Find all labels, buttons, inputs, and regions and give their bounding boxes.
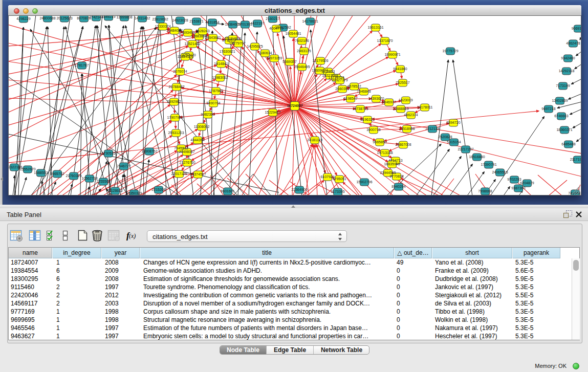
svg-text:2160217: 2160217 [266, 17, 279, 20]
svg-text:1588553: 1588553 [34, 171, 48, 174]
svg-text:19613161: 19613161 [367, 26, 383, 29]
svg-text:3279707: 3279707 [231, 41, 245, 45]
svg-text:4714713: 4714713 [388, 159, 402, 162]
svg-text:11128612: 11128612 [107, 189, 123, 192]
svg-text:23944545: 23944545 [380, 171, 396, 174]
svg-text:18178011: 18178011 [417, 105, 433, 109]
svg-text:14295675: 14295675 [247, 45, 263, 48]
svg-text:13983062: 13983062 [212, 76, 228, 79]
svg-text:1787565: 1787565 [209, 89, 223, 93]
svg-text:22364900: 22364900 [291, 188, 307, 191]
svg-text:25531203: 25531203 [168, 131, 184, 135]
svg-text:9342480: 9342480 [561, 56, 575, 60]
svg-text:2892962: 2892962 [167, 100, 181, 103]
svg-text:9441860: 9441860 [393, 67, 407, 71]
svg-text:7546848: 7546848 [357, 90, 371, 93]
svg-text:12179526: 12179526 [312, 59, 328, 62]
svg-text:5730535: 5730535 [101, 151, 115, 155]
svg-text:13330374: 13330374 [155, 25, 170, 28]
svg-text:4422197: 4422197 [250, 21, 264, 25]
svg-text:3900718: 3900718 [366, 128, 380, 132]
svg-text:2463135: 2463135 [297, 49, 311, 53]
svg-text:4344394: 4344394 [190, 138, 204, 142]
svg-text:1623019: 1623019 [399, 98, 412, 102]
svg-text:15884526: 15884526 [177, 55, 193, 58]
svg-text:5315154: 5315154 [447, 140, 461, 144]
svg-text:20125623: 20125623 [56, 16, 72, 20]
svg-text:18835945: 18835945 [384, 162, 400, 166]
svg-text:21171932: 21171932 [570, 158, 581, 161]
svg-text:19713188: 19713188 [377, 151, 393, 155]
svg-text:9697218: 9697218 [541, 107, 555, 111]
svg-text:14923028: 14923028 [172, 18, 188, 22]
svg-text:14178601: 14178601 [302, 19, 318, 23]
svg-text:4004779: 4004779 [269, 27, 283, 30]
svg-text:8965702: 8965702 [50, 172, 64, 176]
svg-text:1781787: 1781787 [75, 63, 89, 67]
svg-text:25867008: 25867008 [395, 143, 411, 146]
svg-text:9069116: 9069116 [572, 27, 581, 30]
svg-text:11308092: 11308092 [194, 125, 210, 128]
svg-text:15902796: 15902796 [356, 180, 372, 184]
svg-text:9702293: 9702293 [507, 178, 521, 181]
svg-text:1112853: 1112853 [321, 70, 335, 73]
svg-text:24181119: 24181119 [307, 138, 322, 142]
svg-text:13521412: 13521412 [184, 42, 200, 46]
svg-text:4831854: 4831854 [205, 20, 219, 24]
svg-text:18973269: 18973269 [266, 56, 282, 60]
svg-text:21518958: 21518958 [399, 127, 415, 130]
svg-text:7325517: 7325517 [396, 81, 409, 84]
svg-text:19054481: 19054481 [285, 32, 301, 35]
svg-text:15374517: 15374517 [190, 172, 206, 176]
svg-text:15229417: 15229417 [265, 111, 280, 114]
svg-text:1414841: 1414841 [214, 62, 228, 65]
svg-text:15350329: 15350329 [126, 191, 142, 195]
svg-text:14311432: 14311432 [135, 16, 150, 20]
svg-text:2212138: 2212138 [425, 127, 439, 130]
svg-text:22017126: 22017126 [171, 172, 187, 176]
svg-text:25646495: 25646495 [294, 65, 310, 69]
svg-text:2546727: 2546727 [117, 164, 130, 168]
svg-text:18990971: 18990971 [384, 53, 400, 56]
svg-text:2215208: 2215208 [151, 188, 165, 191]
svg-text:8601601: 8601601 [221, 189, 234, 193]
svg-text:17390741: 17390741 [481, 163, 496, 166]
svg-text:24065515: 24065515 [492, 170, 508, 174]
svg-text:6198547: 6198547 [343, 97, 357, 100]
svg-text:4578522: 4578522 [347, 84, 361, 88]
svg-text:18724007: 18724007 [287, 104, 302, 107]
svg-text:1180634: 1180634 [258, 51, 272, 55]
svg-text:(x): (x) [129, 232, 136, 239]
svg-text:4662374: 4662374 [404, 113, 418, 117]
svg-text:18908762: 18908762 [141, 149, 157, 153]
svg-text:19775729: 19775729 [442, 49, 458, 53]
svg-text:24643641: 24643641 [205, 36, 221, 39]
svg-text:7998668: 7998668 [478, 189, 492, 193]
svg-text:20498067: 20498067 [179, 150, 194, 154]
svg-text:15184668: 15184668 [225, 37, 241, 40]
svg-text:21760325: 21760325 [66, 174, 81, 178]
svg-text:1528243: 1528243 [195, 29, 209, 33]
svg-text:13999808: 13999808 [116, 16, 132, 19]
svg-text:7602106: 7602106 [295, 39, 309, 42]
svg-text:23484078: 23484078 [166, 29, 182, 32]
svg-text:8490704: 8490704 [206, 101, 220, 105]
svg-text:8196323: 8196323 [360, 118, 374, 121]
svg-text:17630821: 17630821 [219, 50, 235, 53]
svg-text:6846977: 6846977 [382, 100, 396, 104]
svg-text:9982380: 9982380 [201, 113, 214, 116]
svg-text:18360271: 18360271 [556, 128, 572, 132]
svg-text:2255500: 2255500 [96, 180, 110, 183]
svg-text:4298229: 4298229 [16, 17, 30, 20]
svg-text:15552670: 15552670 [19, 167, 35, 171]
svg-text:24800688: 24800688 [39, 16, 55, 20]
svg-text:4593499: 4593499 [181, 31, 194, 34]
svg-text:14393670: 14393670 [368, 97, 384, 100]
svg-text:21276760: 21276760 [179, 161, 195, 164]
svg-text:16516880: 16516880 [469, 155, 485, 159]
svg-text:14292118: 14292118 [559, 69, 575, 73]
svg-text:20927379: 20927379 [332, 78, 347, 82]
svg-text:1649219: 1649219 [101, 16, 115, 18]
svg-text:9795051: 9795051 [332, 177, 346, 181]
svg-text:8894720: 8894720 [446, 121, 460, 124]
